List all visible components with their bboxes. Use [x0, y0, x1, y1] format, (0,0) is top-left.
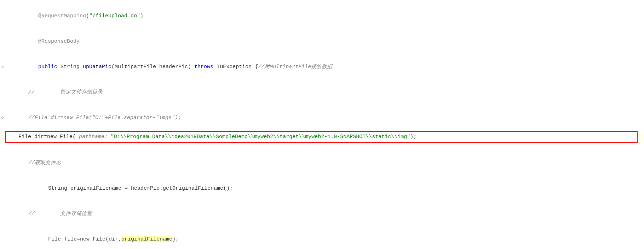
param-hint-pathname: pathname:	[79, 134, 108, 140]
params: (MultipartFile headerPic)	[111, 64, 194, 70]
type-string: String	[57, 64, 83, 70]
code-line-10: File file=new File(dir,originalFilename)…	[0, 227, 644, 249]
gutter-icon-3: ◇	[0, 64, 5, 70]
method-name: upDataPic	[83, 64, 111, 70]
code-line-6: File dir=new File( pathname: "D:\\Progra…	[0, 131, 644, 143]
code-content-4: // 指定文件存储目录	[5, 80, 644, 105]
code-content-2: @ResponseBody	[5, 29, 644, 54]
annotation-responsebody: @ResponseBody	[38, 38, 80, 45]
annotation-value: ("/fileUpload.do")	[86, 13, 143, 19]
code-line-7: //获取文件名	[0, 150, 644, 176]
code-line-blank	[0, 143, 644, 150]
originalfilename-highlight: originalFilename	[121, 236, 172, 242]
code-line-4: // 指定文件存储目录	[0, 80, 644, 105]
code-content-9: // 文件存储位置	[5, 201, 644, 227]
code-line-3: ◇ public String upDataPic(MultipartFile …	[0, 54, 644, 80]
code-line-1: @RequestMapping("/fileUpload.do")	[0, 4, 644, 29]
code-content-5: //File dir=new File("C:"+File.separator+…	[5, 105, 644, 131]
code-line-9: // 文件存储位置	[0, 201, 644, 227]
code-editor: @RequestMapping("/fileUpload.do") @Respo…	[0, 0, 644, 249]
gutter-icon-5: ◇	[0, 115, 5, 121]
space	[108, 134, 111, 140]
code-line-2: @ResponseBody	[0, 29, 644, 54]
close-paren: );	[172, 236, 179, 242]
code-content-1: @RequestMapping("/fileUpload.do")	[5, 4, 644, 29]
keyword-public: public	[38, 64, 57, 70]
keyword-throws: throws	[194, 64, 213, 70]
comment-multipartfile: //用MultipartFile接收数据	[258, 64, 332, 70]
code-content-7: //获取文件名	[5, 150, 644, 176]
code-content-10: File file=new File(dir,originalFilename)…	[5, 227, 644, 249]
original-filename-code: String originalFilename = headerPic.getO…	[48, 185, 233, 191]
exception-type: IOException {	[213, 64, 258, 70]
comment-file-dir: //File dir=new File("C:"+File.separator+…	[28, 115, 181, 121]
code-content-3: public String upDataPic(MultipartFile he…	[5, 54, 644, 80]
closing-paren: );	[410, 134, 416, 140]
comment-storeloc: // 文件存储位置	[28, 211, 92, 217]
comment-getfilename: //获取文件名	[28, 160, 61, 166]
file-new-code: File file=new File(dir,	[48, 236, 121, 242]
file-path-string: "D:\\Program Data\\idea2019Data\\SompleD…	[111, 134, 410, 140]
code-line-5: ◇ //File dir=new File("C:"+File.separato…	[0, 105, 644, 131]
code-content-8: String originalFilename = headerPic.getO…	[5, 176, 644, 201]
comment-dir: // 指定文件存储目录	[28, 89, 103, 95]
file-dir-code: File dir=new File(	[18, 134, 79, 140]
code-line-8: String originalFilename = headerPic.getO…	[0, 176, 644, 201]
annotation-requestmapping: @RequestMapping	[38, 13, 86, 19]
